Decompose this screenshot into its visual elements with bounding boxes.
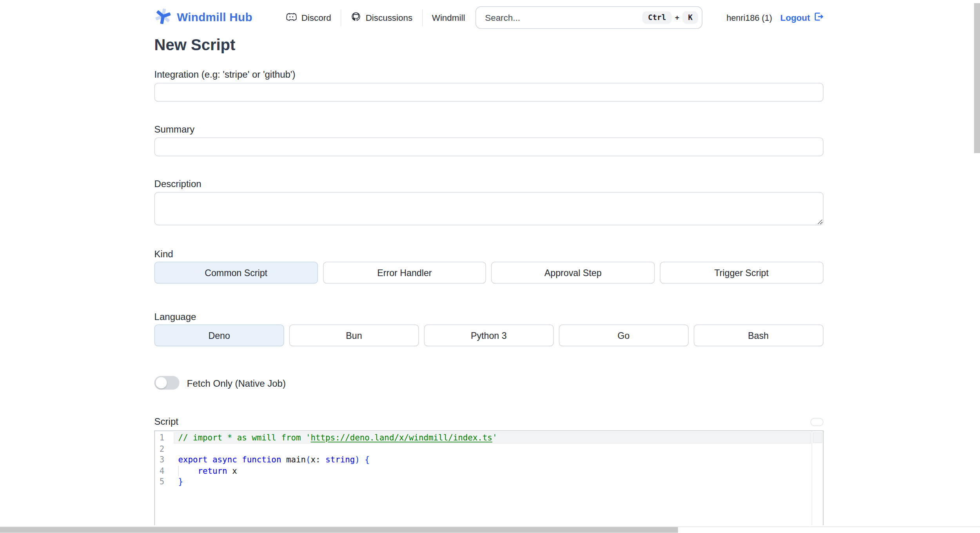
script-toggle-pill[interactable] (810, 418, 823, 426)
language-option-bun[interactable]: Bun (289, 324, 419, 346)
search-box[interactable]: Ctrl + K (475, 6, 702, 29)
language-option-go[interactable]: Go (559, 324, 688, 346)
line-number: 4 (155, 465, 174, 476)
language-option-bash[interactable]: Bash (693, 324, 823, 346)
code-line: 4 return x (155, 465, 811, 476)
line-number: 3 (155, 454, 174, 465)
brand-logo[interactable]: Windmill Hub (154, 7, 252, 27)
fetch-only-toggle[interactable] (154, 376, 180, 389)
nav-label: Discussions (366, 13, 413, 23)
line-number: 5 (155, 476, 174, 487)
code-line: 5} (155, 476, 811, 487)
horizontal-scrollbar[interactable] (0, 526, 980, 533)
vertical-scrollbar[interactable] (974, 0, 980, 533)
nav-item-discord[interactable]: Discord (286, 11, 331, 24)
integration-input[interactable] (154, 83, 823, 102)
language-option-python3[interactable]: Python 3 (424, 324, 554, 346)
nav-divider (341, 9, 341, 26)
kind-option-approval-step[interactable]: Approval Step (491, 262, 655, 284)
kind-option-trigger-script[interactable]: Trigger Script (660, 262, 823, 284)
editor-scroll-ruler (811, 431, 823, 525)
code-line: 1// import * as wmill from 'https://deno… (155, 432, 811, 443)
main-nav: Discord Discussions Windmill (286, 9, 465, 26)
description-label: Description (154, 178, 823, 190)
page: Windmill Hub Discord (0, 0, 980, 533)
code-line: 3export async function main(x: string) { (155, 454, 811, 465)
line-number: 1 (155, 432, 174, 443)
logout-label: Logout (780, 13, 810, 23)
search-input[interactable] (485, 13, 642, 23)
user-area: henri186 (1) Logout (726, 11, 823, 24)
brand-name: Windmill Hub (177, 11, 252, 24)
page-title: New Script (154, 35, 823, 54)
nav-label: Discord (301, 13, 331, 23)
header: Windmill Hub Discord (154, 0, 823, 35)
kind-option-common-script[interactable]: Common Script (154, 262, 318, 284)
vertical-scrollbar-thumb[interactable] (974, 3, 980, 153)
ruler-marker (813, 432, 822, 443)
fetch-only-label: Fetch Only (Native Job) (187, 377, 286, 388)
line-number: 2 (155, 443, 174, 454)
horizontal-scrollbar-thumb[interactable] (0, 527, 678, 533)
language-options: Deno Bun Python 3 Go Bash (154, 324, 823, 346)
nav-label: Windmill (432, 13, 465, 23)
script-label: Script (154, 415, 178, 428)
toggle-knob (156, 377, 167, 389)
logout-button[interactable]: Logout (780, 11, 823, 24)
kind-options: Common Script Error Handler Approval Ste… (154, 262, 823, 284)
language-label: Language (154, 311, 823, 323)
nav-divider (422, 9, 423, 26)
kbd-plus: + (675, 13, 679, 22)
nav-item-discussions[interactable]: Discussions (350, 11, 412, 24)
code-editor[interactable]: 1// import * as wmill from 'https://deno… (154, 431, 823, 526)
username: henri186 (1) (726, 13, 772, 22)
summary-label: Summary (154, 123, 823, 136)
windmill-logo-icon (154, 7, 172, 27)
language-option-deno[interactable]: Deno (154, 324, 284, 346)
description-textarea[interactable] (154, 192, 823, 226)
kbd-ctrl: Ctrl (642, 11, 672, 24)
code-lines: 1// import * as wmill from 'https://deno… (155, 431, 822, 487)
github-icon (350, 11, 361, 24)
kind-option-error-handler[interactable]: Error Handler (323, 262, 486, 284)
nav-item-windmill[interactable]: Windmill (432, 13, 465, 23)
integration-label: Integration (e.g: 'stripe' or 'github') (154, 68, 823, 81)
summary-input[interactable] (154, 137, 823, 156)
kbd-k: K (682, 11, 698, 24)
logout-icon (813, 11, 823, 24)
code-line: 2 (155, 443, 811, 454)
discord-icon (286, 11, 297, 24)
kind-label: Kind (154, 248, 823, 260)
